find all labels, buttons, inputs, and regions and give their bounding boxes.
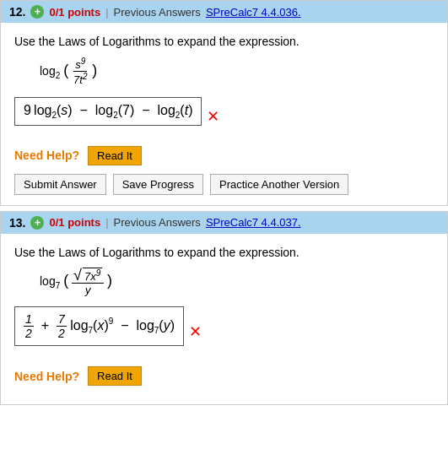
expression-13: log7 ( √7x9 y ) [40, 268, 434, 296]
wrong-icon-13: ✕ [189, 322, 202, 341]
question-13-text: Use the Laws of Logarithms to expand the… [14, 246, 434, 259]
question-13-number: 13. [9, 216, 25, 230]
separator-13: | [105, 216, 108, 229]
answer-text-13: 1 2 + 7 2 log7(x)9 − log7(y) [24, 312, 175, 340]
plus-icon-13: + [30, 216, 44, 230]
read-it-button-13[interactable]: Read It [88, 366, 142, 386]
answer-text-12: 9 log2(s) − log2(7) − log2(t) [24, 103, 192, 120]
plus-icon-12: + [30, 5, 44, 19]
practice-button-12[interactable]: Practice Another Version [210, 174, 348, 195]
read-it-button-12[interactable]: Read It [88, 146, 142, 165]
need-help-label-13: Need Help? [14, 370, 79, 383]
save-button-12[interactable]: Save Progress [113, 174, 203, 195]
course-ref-12: SPreCalc7 4.4.036. [206, 6, 301, 19]
question-13-body: Use the Laws of Logarithms to expand the… [1, 234, 447, 404]
log7-label-13: log7 [40, 274, 60, 288]
need-help-row-13: Need Help? Read It [14, 366, 434, 386]
question-13: 13. + 0/1 points | Previous Answers SPre… [0, 211, 448, 405]
answer-row-12: 9 log2(s) − log2(7) − log2(t) ✕ [14, 97, 434, 136]
action-buttons-12: Submit Answer Save Progress Practice Ano… [14, 174, 434, 195]
question-12-body: Use the Laws of Logarithms to expand the… [1, 23, 447, 205]
need-help-label-12: Need Help? [14, 149, 79, 162]
course-ref-13: SPreCalc7 4.4.037. [206, 216, 301, 229]
log2-label-12: log2 [40, 64, 60, 78]
need-help-row-12: Need Help? Read It [14, 146, 434, 165]
question-12-header: 12. + 0/1 points | Previous Answers SPre… [1, 1, 447, 23]
question-13-points: 0/1 points [49, 216, 100, 229]
fraction-12: s9 7t2 [72, 57, 89, 87]
answer-box-12: 9 log2(s) − log2(7) − log2(t) [14, 97, 202, 126]
expression-12: log2 ( s9 7t2 ) [40, 57, 434, 87]
separator-12: | [105, 6, 108, 19]
fraction-13: √7x9 y [72, 268, 104, 296]
question-12: 12. + 0/1 points | Previous Answers SPre… [0, 0, 448, 206]
prev-answers-12: Previous Answers [114, 6, 201, 19]
submit-button-12[interactable]: Submit Answer [14, 174, 106, 195]
question-13-header: 13. + 0/1 points | Previous Answers SPre… [1, 212, 447, 234]
wrong-icon-12: ✕ [207, 107, 219, 126]
prev-answers-13: Previous Answers [114, 216, 201, 229]
question-12-text: Use the Laws of Logarithms to expand the… [14, 35, 434, 48]
question-12-number: 12. [9, 5, 25, 19]
question-12-points: 0/1 points [49, 6, 100, 19]
answer-box-13: 1 2 + 7 2 log7(x)9 − log7(y) [14, 306, 184, 346]
answer-row-13: 1 2 + 7 2 log7(x)9 − log7(y) ✕ [14, 306, 434, 356]
